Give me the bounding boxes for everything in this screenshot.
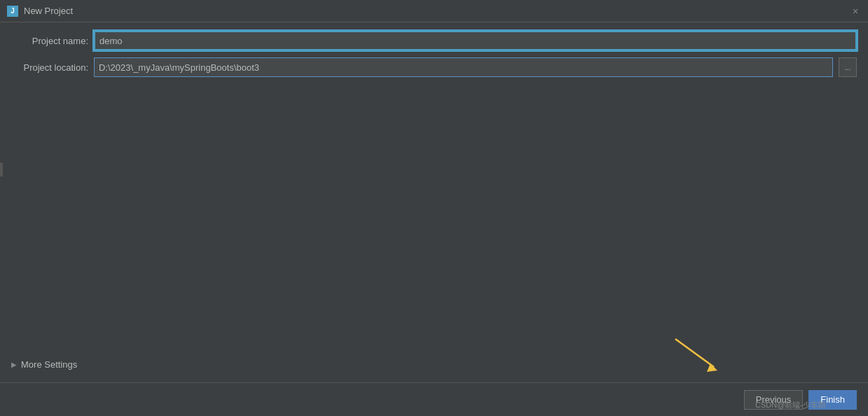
left-accent-mark — [0, 162, 3, 176]
more-settings-toggle[interactable]: ▶ More Settings — [11, 355, 857, 374]
finish-button[interactable]: Finish — [808, 390, 857, 410]
close-button[interactable]: × — [850, 6, 861, 17]
left-accent-bar — [0, 22, 3, 416]
project-location-row: Project location: ... — [11, 57, 857, 77]
project-name-label: Project name: — [11, 36, 88, 46]
more-settings-label: More Settings — [21, 359, 77, 370]
title-bar-left: J New Project — [7, 6, 73, 17]
browse-button[interactable]: ... — [839, 57, 857, 77]
project-location-label: Project location: — [11, 62, 88, 73]
app-icon: J — [7, 6, 18, 17]
previous-button[interactable]: Previous — [744, 390, 804, 410]
project-name-input[interactable] — [94, 31, 857, 50]
dialog-footer: Previous Finish — [0, 382, 868, 416]
title-bar: J New Project × — [0, 0, 868, 22]
project-name-input-wrapper — [94, 31, 857, 50]
project-name-row: Project name: — [11, 31, 857, 50]
dialog-content: Project name: Project location: ... ▶ Mo… — [0, 22, 868, 382]
main-content-area — [11, 84, 857, 348]
more-settings-arrow-icon: ▶ — [11, 361, 17, 368]
project-location-input-wrapper — [94, 57, 833, 77]
dialog-window: J New Project × Project name: Project lo… — [0, 0, 868, 416]
dialog-title: New Project — [24, 6, 73, 16]
project-location-input[interactable] — [94, 57, 833, 77]
